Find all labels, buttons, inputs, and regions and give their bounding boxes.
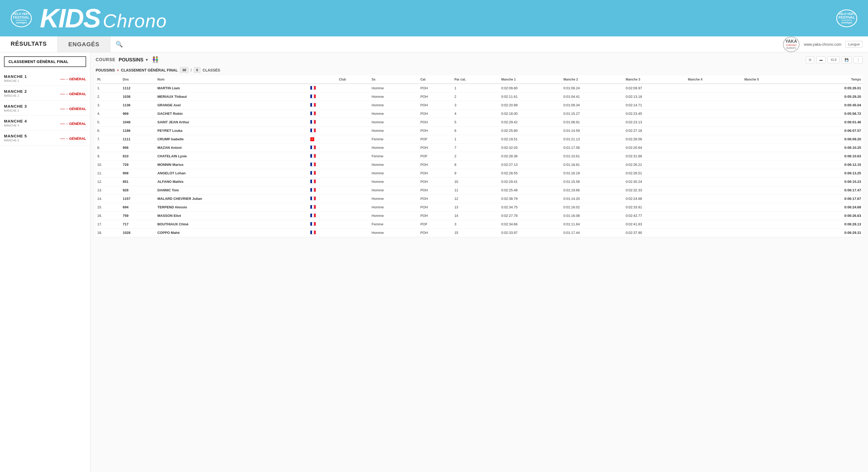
cell-pl: 18.	[96, 228, 121, 237]
cell-temps: 0:06:15.23	[799, 177, 863, 186]
cell-m4	[686, 84, 743, 93]
cell-nom: CRUMP Isabelle	[156, 135, 309, 144]
cell-m1: 0:02:38.79	[500, 194, 562, 203]
sidebar-item-manche3[interactable]: MANCHE 3 MANCHE 3 ----→ GÉNÉRAL	[0, 101, 90, 116]
sidebar-item-manche5[interactable]: MANCHE 5 MANCHE 5 ----→ GÉNÉRAL	[0, 130, 90, 146]
cell-pl: 5.	[96, 118, 121, 126]
cell-cat: POH	[419, 126, 453, 135]
sidebar-item-manche2[interactable]: MANCHE 2 MANCHE 2 ----→ GÉNÉRAL	[0, 86, 90, 101]
cell-m4	[686, 93, 743, 101]
cell-pl: 1.	[96, 84, 121, 93]
cell-temps: 0:06:28.13	[799, 220, 863, 228]
flag-ch: +	[310, 137, 314, 141]
cell-dos: 908	[121, 169, 156, 177]
cell-flag	[309, 109, 337, 118]
cell-club	[337, 194, 370, 203]
col-cat: Cat	[419, 75, 453, 84]
cell-m3: 0:02:42.77	[624, 211, 686, 220]
flag-fr	[310, 196, 316, 200]
cell-par-cat: 15	[453, 228, 500, 237]
table-row: 4. 969 GACHET Robin Homme POH 4 0:02:18.…	[96, 109, 863, 118]
cell-m3: 0:02:14.71	[624, 101, 686, 109]
cell-club	[337, 186, 370, 194]
cell-m3: 0:02:23.13	[624, 118, 686, 126]
cell-pl: 12.	[96, 177, 121, 186]
cell-m3: 0:02:32.33	[624, 186, 686, 194]
sidebar-item-manche4[interactable]: MANCHE 4 MANCHE 4 ----→ GÉNÉRAL	[0, 116, 90, 130]
svg-text:Jumièges: Jumièges	[16, 21, 27, 24]
course-select[interactable]: POUSSINS ▼	[119, 57, 149, 63]
cell-flag	[309, 177, 337, 186]
cell-sx: Homme	[370, 93, 418, 101]
col-manche2: Manche 2	[562, 75, 624, 84]
cell-m1: 0:02:11.61	[500, 93, 562, 101]
cell-par-cat: 7	[453, 143, 500, 152]
cell-m1: 0:02:29.42	[500, 118, 562, 126]
cell-dos: 1157	[121, 194, 156, 203]
filter-button[interactable]: ⊟	[806, 56, 814, 63]
cell-m2: 0:01:15.58	[562, 177, 624, 186]
flag-fr	[310, 188, 316, 192]
cell-m5	[743, 84, 800, 93]
xls-button[interactable]: XLS	[828, 56, 840, 63]
cell-flag	[309, 194, 337, 203]
col-manche3: Manche 3	[624, 75, 686, 84]
cell-nom: DANNIC Tom	[156, 186, 309, 194]
cell-dos: 1048	[121, 118, 156, 126]
cell-m1: 0:02:28.36	[500, 152, 562, 160]
search-icon[interactable]: 🔍	[116, 41, 123, 48]
chevron-down-icon: ▼	[145, 58, 149, 62]
svg-text:VÉLO VERT: VÉLO VERT	[838, 12, 855, 15]
cell-nom: MERIAUX Thibaut	[156, 93, 309, 101]
cell-m4	[686, 169, 743, 177]
cell-cat: POH	[419, 93, 453, 101]
tab-engages[interactable]: ENGAGÉS	[58, 36, 110, 52]
cell-m4	[686, 118, 743, 126]
cell-m2: 0:01:16.19	[562, 169, 624, 177]
search-input[interactable]	[125, 41, 772, 47]
cell-sx: Homme	[370, 109, 418, 118]
logo-right: VÉLO VERT FESTIVAL Jumièges	[836, 9, 857, 28]
cell-m3: 0:02:28.56	[624, 135, 686, 144]
yaka-logo: YAKA CHRONO EVENTS	[783, 36, 800, 52]
cell-club	[337, 203, 370, 211]
cell-m5	[743, 220, 800, 228]
cell-m2: 0:01:15.27	[562, 109, 624, 118]
cell-par-cat: 1	[453, 135, 500, 144]
cell-m1: 0:02:25.80	[500, 126, 562, 135]
cell-m3: 0:02:37.90	[624, 228, 686, 237]
flag-fr	[310, 120, 316, 124]
cell-m3: 0:02:20.64	[624, 143, 686, 152]
cell-sx: Homme	[370, 126, 418, 135]
table-row: 17. 717 BOUTHIAUX Chloé Femme POF 3 0:02…	[96, 220, 863, 228]
flag-fr	[310, 154, 316, 158]
svg-text:FESTIVAL: FESTIVAL	[838, 15, 855, 20]
table-row: 13. 928 DANNIC Tom Homme POH 11 0:02:25.…	[96, 186, 863, 194]
cell-m2: 0:01:04.41	[562, 93, 624, 101]
cell-flag	[309, 211, 337, 220]
cell-m5	[743, 101, 800, 109]
table-row: 3. 1136 GRANGE Axel Homme POH 3 0:02:20.…	[96, 101, 863, 109]
cell-cat: POH	[419, 109, 453, 118]
svg-text:Jumièges: Jumièges	[841, 21, 852, 24]
cell-m5	[743, 143, 800, 152]
flag-fr	[310, 213, 316, 217]
more-button[interactable]: ⋮	[854, 56, 863, 63]
flag-fr	[310, 162, 316, 166]
cell-pl: 6.	[96, 126, 121, 135]
logo-left: VÉLO VERT FESTIVAL Jumièges	[11, 9, 32, 28]
col-manche5: Manche 5	[743, 75, 800, 84]
layout-button[interactable]: ▬	[816, 56, 826, 63]
cell-sx: Homme	[370, 169, 418, 177]
cell-m1: 0:02:09.80	[500, 84, 562, 93]
cell-cat: POF	[419, 220, 453, 228]
cell-nom: PEYRET Louka	[156, 126, 309, 135]
cell-pl: 17.	[96, 220, 121, 228]
sidebar-item-manche1[interactable]: MANCHE 1 MANCHE 1 ----→ GÉNÉRAL	[0, 71, 90, 86]
tab-resultats[interactable]: RÉSULTATS	[0, 36, 58, 52]
cell-nom: GRANGE Axel	[156, 101, 309, 109]
save-button[interactable]: 💾	[842, 56, 851, 63]
cell-m3: 0:02:31.66	[624, 152, 686, 160]
cell-m4	[686, 126, 743, 135]
langue-button[interactable]: Langue	[845, 41, 863, 48]
